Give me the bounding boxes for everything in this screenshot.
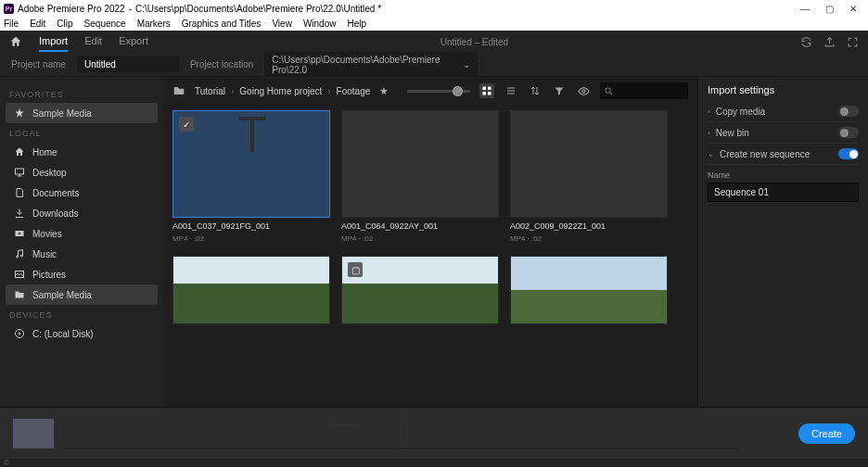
fullscreen-icon[interactable] — [847, 36, 859, 48]
sidebar-item-sample-media[interactable]: Sample Media — [6, 284, 158, 305]
sidebar-item-label: Sample Media — [32, 108, 92, 119]
grid-view-button[interactable] — [479, 83, 494, 98]
workspace-row: ImportEditExport Untitled – Edited — [0, 31, 868, 53]
svg-point-3 — [20, 255, 22, 257]
media-browser: Tutorial›Going Home project›Footage ★ — [163, 77, 697, 407]
close-button[interactable]: ✕ — [848, 3, 859, 14]
sidebar-item-label: Movies — [32, 229, 62, 239]
import-tray: Create — [0, 407, 868, 459]
clip-checkbox[interactable]: ✓ — [179, 117, 194, 132]
doc-icon — [13, 187, 25, 198]
disk-icon — [13, 328, 25, 339]
clip-item[interactable] — [510, 256, 668, 324]
tray-thumbnail[interactable] — [13, 419, 54, 448]
create-button[interactable]: Create — [798, 423, 855, 444]
sidebar-item-label: Pictures — [32, 270, 66, 280]
clip-meta: MP4 · :02 — [510, 234, 668, 243]
menu-bar: FileEditClipSequenceMarkersGraphics and … — [0, 17, 868, 31]
sequence-name-input[interactable] — [708, 183, 859, 202]
project-location-value: C:\Users\pp\Documents\Adobe\Premiere Pro… — [272, 55, 463, 75]
sidebar-item-home[interactable]: Home — [6, 142, 158, 162]
sidebar-item-music[interactable]: Music — [6, 244, 158, 264]
maximize-button[interactable]: ▢ — [823, 3, 835, 14]
breadcrumb-item[interactable]: Going Home project — [239, 86, 322, 96]
setting-label: Copy media — [716, 107, 765, 117]
sidebar-item-c-local-disk-[interactable]: C: (Local Disk) — [6, 323, 158, 344]
minimize-button[interactable]: — — [799, 3, 811, 14]
project-row: Project name Project location C:\Users\p… — [0, 53, 868, 77]
share-icon[interactable] — [823, 36, 836, 48]
clip-item[interactable]: A002_C009_0922Z1_001MP4 · :02 — [510, 110, 668, 243]
clip-item[interactable]: A001_C064_0922AY_001MP4 · :02 — [341, 110, 499, 243]
sidebar-item-documents[interactable]: Documents — [6, 183, 158, 203]
breadcrumb-item[interactable]: Footage — [337, 86, 371, 96]
clip-thumbnail[interactable] — [341, 110, 499, 218]
status-bar: © — [0, 459, 868, 467]
menu-markers[interactable]: Markers — [137, 19, 171, 29]
clip-item[interactable]: ✓A001_C037_0921FG_001MP4 · :02 — [172, 110, 330, 243]
setting-row-new-bin[interactable]: ›New bin — [708, 122, 859, 144]
svg-point-11 — [581, 89, 584, 92]
project-name-label: Project name — [11, 59, 66, 69]
breadcrumbs: Tutorial›Going Home project›Footage — [195, 86, 370, 96]
toggle[interactable] — [838, 148, 859, 159]
eye-icon[interactable] — [576, 83, 591, 98]
menu-clip[interactable]: Clip — [57, 19, 72, 29]
star-icon[interactable]: ★ — [379, 85, 389, 97]
clip-thumbnail[interactable] — [510, 110, 668, 218]
menu-file[interactable]: File — [4, 19, 19, 29]
svg-rect-9 — [483, 92, 487, 95]
clip-thumbnail[interactable]: ▢ — [341, 256, 499, 324]
tray-scrollbar[interactable] — [65, 448, 738, 449]
title-doc: C:\Users\pp\Documents\Adobe\Premiere Pro… — [135, 4, 381, 14]
setting-row-copy-media[interactable]: ›Copy media — [708, 101, 859, 122]
home-icon[interactable] — [9, 35, 22, 48]
menu-graphics-and-titles[interactable]: Graphics and Titles — [182, 19, 262, 29]
breadcrumb-sep: › — [327, 86, 330, 96]
folder-icon[interactable] — [172, 84, 185, 97]
workspace-tab-import[interactable]: Import — [39, 32, 68, 52]
sidebar-item-label: Music — [32, 249, 57, 259]
toggle[interactable] — [838, 106, 859, 117]
sidebar-item-pictures[interactable]: Pictures — [6, 264, 158, 284]
menu-help[interactable]: Help — [347, 19, 366, 29]
menu-view[interactable]: View — [272, 19, 292, 29]
clip-grid: ✓A001_C037_0921FG_001MP4 · :02A001_C064_… — [163, 105, 697, 407]
clip-item[interactable]: ▢ — [341, 256, 499, 324]
sort-button[interactable] — [528, 83, 542, 98]
setting-label: New bin — [716, 128, 749, 138]
sidebar-item-sample-media[interactable]: Sample Media — [6, 103, 158, 123]
title-sep: - — [129, 4, 132, 14]
svg-point-12 — [606, 87, 611, 93]
toggle[interactable] — [838, 127, 859, 138]
thumbnail-zoom-slider[interactable] — [407, 90, 470, 93]
menu-sequence[interactable]: Sequence — [84, 19, 126, 29]
workspace-tab-export[interactable]: Export — [119, 32, 148, 52]
project-location-select[interactable]: C:\Users\pp\Documents\Adobe\Premiere Pro… — [264, 52, 478, 78]
project-location-label: Project location — [190, 59, 253, 69]
clip-name: A002_C009_0922Z1_001 — [510, 221, 668, 231]
sidebar-item-downloads[interactable]: Downloads — [6, 203, 158, 223]
setting-row-create-new-sequence[interactable]: ⌄Create new sequence — [708, 144, 859, 165]
search-input[interactable] — [600, 82, 688, 99]
folder-icon — [13, 289, 25, 300]
sidebar-item-label: Desktop — [32, 168, 67, 178]
clip-thumbnail[interactable] — [172, 256, 330, 324]
clip-name: A001_C064_0922AY_001 — [341, 221, 499, 231]
sidebar-item-movies[interactable]: Movies — [6, 223, 158, 244]
clip-item[interactable] — [172, 256, 330, 324]
clip-thumbnail[interactable]: ✓ — [172, 110, 330, 218]
menu-window[interactable]: Window — [303, 19, 337, 29]
workspace-tab-edit[interactable]: Edit — [84, 32, 102, 52]
filter-button[interactable] — [552, 83, 567, 98]
sidebar-item-desktop[interactable]: Desktop — [6, 162, 158, 183]
clip-checkbox[interactable]: ▢ — [348, 262, 363, 277]
breadcrumb-item[interactable]: Tutorial — [195, 86, 225, 96]
clip-thumbnail[interactable] — [510, 256, 668, 324]
menu-edit[interactable]: Edit — [30, 19, 45, 29]
chevron-icon: › — [708, 129, 710, 137]
svg-rect-8 — [488, 87, 491, 91]
project-name-input[interactable] — [77, 57, 179, 72]
sync-icon[interactable] — [800, 36, 812, 48]
list-view-button[interactable] — [504, 83, 518, 98]
